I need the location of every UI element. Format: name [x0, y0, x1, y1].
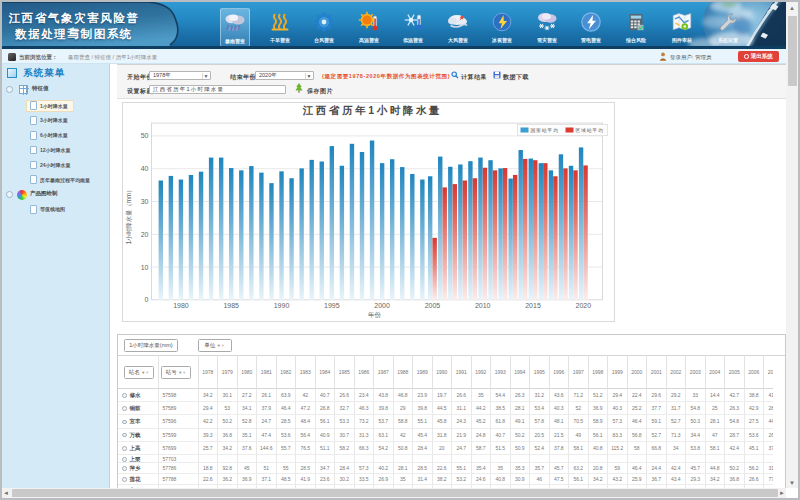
svg-text:50: 50	[140, 132, 148, 139]
svg-text:2010: 2010	[474, 302, 490, 309]
svg-text:0: 0	[144, 296, 148, 303]
svg-text:国家站平均: 国家站平均	[530, 127, 558, 134]
svg-text:年份: 年份	[368, 311, 382, 319]
svg-text:区域站平均: 区域站平均	[575, 127, 603, 134]
svg-text:1小时降水量（mm）: 1小时降水量（mm）	[124, 186, 132, 244]
svg-text:1990: 1990	[273, 302, 289, 309]
svg-text:40: 40	[140, 165, 148, 172]
svg-text:10: 10	[140, 263, 148, 270]
svg-text:20: 20	[140, 230, 148, 237]
svg-text:2005: 2005	[424, 302, 440, 309]
svg-text:2020: 2020	[575, 302, 591, 309]
svg-text:1995: 1995	[324, 302, 340, 309]
svg-text:1980: 1980	[173, 302, 189, 309]
svg-text:2015: 2015	[525, 302, 541, 309]
svg-text:江西省历年1小时降水量: 江西省历年1小时降水量	[301, 104, 441, 116]
svg-text:1985: 1985	[223, 302, 239, 309]
svg-text:2000: 2000	[374, 302, 390, 309]
svg-text:30: 30	[140, 197, 148, 204]
